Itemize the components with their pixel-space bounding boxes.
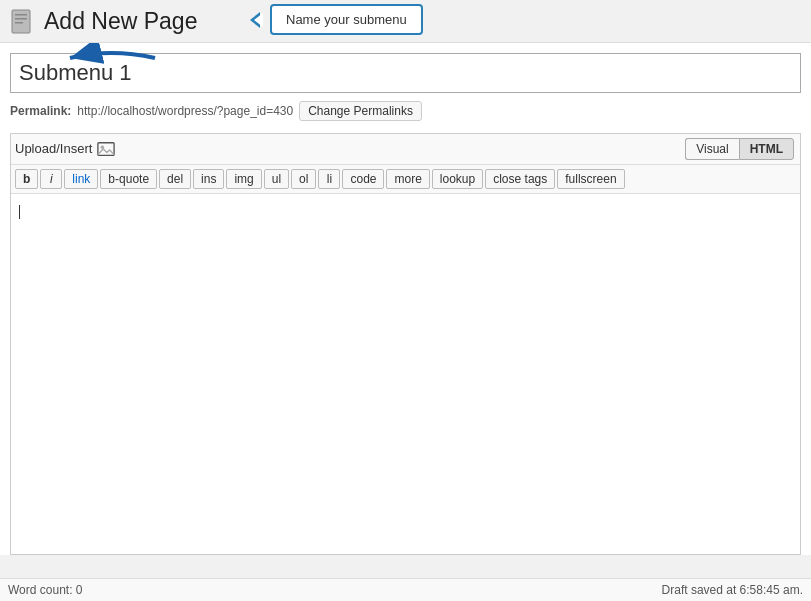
toolbar-lookup-button[interactable]: lookup (432, 169, 483, 189)
toolbar-fullscreen-button[interactable]: fullscreen (557, 169, 624, 189)
svg-rect-1 (15, 14, 27, 16)
svg-rect-5 (98, 142, 114, 155)
toolbar-closetags-button[interactable]: close tags (485, 169, 555, 189)
svg-rect-3 (15, 22, 23, 24)
main-content: Permalink: http://localhost/wordpress/?p… (0, 43, 811, 555)
word-count-label: Word count: (8, 583, 72, 597)
editor-body[interactable] (11, 194, 800, 554)
word-count: Word count: 0 (8, 583, 83, 597)
toolbar-li-button[interactable]: li (318, 169, 340, 189)
permalink-bar: Permalink: http://localhost/wordpress/?p… (10, 101, 801, 121)
upload-insert[interactable]: Upload/Insert (15, 140, 115, 158)
view-toggle: Visual HTML (685, 138, 794, 160)
permalink-url: http://localhost/wordpress/?page_id=430 (77, 104, 293, 118)
draft-saved-status: Draft saved at 6:58:45 am. (662, 583, 803, 597)
tooltip-label: Name your submenu (286, 12, 407, 27)
svg-rect-0 (12, 10, 30, 33)
page-wrapper: Add New Page Name your submenu Permalink… (0, 0, 811, 601)
editor-area: Upload/Insert Visual HTML b i link (10, 133, 801, 555)
change-permalinks-button[interactable]: Change Permalinks (299, 101, 422, 121)
toolbar-italic-button[interactable]: i (40, 169, 62, 189)
toolbar-del-button[interactable]: del (159, 169, 191, 189)
toolbar-ins-button[interactable]: ins (193, 169, 224, 189)
svg-rect-2 (15, 18, 27, 20)
word-count-value: 0 (76, 583, 83, 597)
editor-top-bar: Upload/Insert Visual HTML (11, 134, 800, 165)
visual-view-button[interactable]: Visual (685, 138, 738, 160)
page-title: Add New Page (44, 8, 197, 36)
permalink-label: Permalink: (10, 104, 71, 118)
editor-footer: Word count: 0 Draft saved at 6:58:45 am. (0, 578, 811, 601)
editor-toolbar: b i link b-quote del ins img ul ol li co… (11, 165, 800, 194)
upload-icon (97, 140, 115, 158)
toolbar-code-button[interactable]: code (342, 169, 384, 189)
toolbar-img-button[interactable]: img (226, 169, 261, 189)
toolbar-more-button[interactable]: more (386, 169, 429, 189)
page-document-icon (10, 9, 36, 35)
editor-cursor (19, 205, 20, 219)
toolbar-ol-button[interactable]: ol (291, 169, 316, 189)
page-title-input[interactable] (10, 53, 801, 93)
toolbar-ul-button[interactable]: ul (264, 169, 289, 189)
toolbar-link-button[interactable]: link (64, 169, 98, 189)
toolbar-bold-button[interactable]: b (15, 169, 38, 189)
tooltip-bubble: Name your submenu (270, 4, 423, 35)
upload-insert-label: Upload/Insert (15, 141, 92, 156)
toolbar-bquote-button[interactable]: b-quote (100, 169, 157, 189)
html-view-button[interactable]: HTML (739, 138, 794, 160)
page-header: Add New Page Name your submenu (0, 0, 811, 43)
